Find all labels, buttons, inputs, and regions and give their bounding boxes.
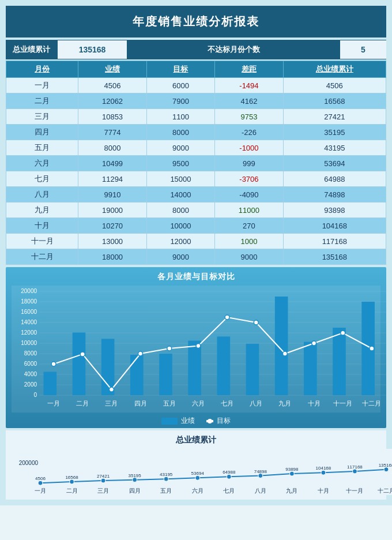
table-row: -226 <box>215 125 283 140</box>
cumulative-chart-canvas <box>12 449 392 495</box>
table-row: 53694 <box>283 156 386 171</box>
bar-chart-canvas <box>12 286 392 412</box>
table-row: 8000 <box>146 202 214 218</box>
table-row: 35195 <box>283 125 386 140</box>
table-row: 19000 <box>78 202 146 218</box>
total-label: 总业绩累计 <box>6 40 58 59</box>
table-row: 12000 <box>146 234 214 249</box>
table-row: 10000 <box>146 218 214 234</box>
table-row: 二月 <box>6 93 78 109</box>
col-month: 月份 <box>6 61 78 78</box>
total-value: 135168 <box>58 40 127 59</box>
table-row: 10853 <box>78 109 146 125</box>
table-row: 三月 <box>6 109 78 125</box>
miss-value: 5 <box>340 40 386 59</box>
table-row: 999 <box>215 156 283 171</box>
bar-chart-container: 各月业绩与目标对比 业绩 目标 <box>6 267 386 428</box>
table-row: 9753 <box>215 109 283 125</box>
legend-performance: 业绩 <box>161 416 195 426</box>
legend-target-label: 目标 <box>217 416 231 426</box>
table-row: 4162 <box>215 93 283 109</box>
table-row: 十一月 <box>6 234 78 249</box>
table-row: 9000 <box>146 249 214 265</box>
table-row: 135168 <box>283 249 386 265</box>
legend-target-color <box>206 420 213 422</box>
col-performance: 业绩 <box>78 61 146 78</box>
table-row: 12062 <box>78 93 146 109</box>
cumulative-section: 总业绩累计 <box>6 430 386 500</box>
table-row: 4506 <box>283 78 386 93</box>
cumulative-chart-area <box>12 449 380 495</box>
table-row: 六月 <box>6 156 78 171</box>
legend-performance-color <box>161 418 178 425</box>
table-row: 五月 <box>6 140 78 156</box>
table-row: 6000 <box>146 78 214 93</box>
table-row: 10270 <box>78 218 146 234</box>
table-row: 15000 <box>146 171 214 187</box>
legend-performance-label: 业绩 <box>181 416 195 426</box>
table-row: -1494 <box>215 78 283 93</box>
bar-chart-area <box>12 286 380 412</box>
bar-chart-title: 各月业绩与目标对比 <box>12 272 380 282</box>
table-row: -1000 <box>215 140 283 156</box>
table-row: 13000 <box>78 234 146 249</box>
table-row: 93898 <box>283 202 386 218</box>
col-cumulative: 总业绩累计 <box>283 61 386 78</box>
table-row: 7900 <box>146 93 214 109</box>
table-row: 14000 <box>146 187 214 202</box>
data-table: 月份 业绩 目标 差距 总业绩累计 一月 4506 6000 -1494 450… <box>6 61 386 265</box>
table-row: 9500 <box>146 156 214 171</box>
table-row: -3706 <box>215 171 283 187</box>
chart-legend: 业绩 目标 <box>12 416 380 426</box>
table-row: 11000 <box>215 202 283 218</box>
table-row: 10499 <box>78 156 146 171</box>
table-row: 7774 <box>78 125 146 140</box>
table-row: 九月 <box>6 202 78 218</box>
table-row: 四月 <box>6 125 78 140</box>
legend-target: 目标 <box>206 416 231 426</box>
miss-label: 不达标月份个数 <box>127 40 340 59</box>
table-row: 1100 <box>146 109 214 125</box>
table-row: 18000 <box>78 249 146 265</box>
table-row: 八月 <box>6 187 78 202</box>
table-row: 一月 <box>6 78 78 93</box>
col-diff: 差距 <box>215 61 283 78</box>
table-row: 74898 <box>283 187 386 202</box>
col-target: 目标 <box>146 61 214 78</box>
page-title: 年度销售业绩分析报表 <box>6 6 386 38</box>
table-row: 8000 <box>146 125 214 140</box>
table-row: 11294 <box>78 171 146 187</box>
table-row: 十月 <box>6 218 78 234</box>
table-row: -4090 <box>215 187 283 202</box>
table-row: 8000 <box>78 140 146 156</box>
table-row: 9000 <box>146 140 214 156</box>
cumulative-title: 总业绩累计 <box>12 435 380 445</box>
table-row: 270 <box>215 218 283 234</box>
table-row: 4506 <box>78 78 146 93</box>
table-row: 十二月 <box>6 249 78 265</box>
table-row: 104168 <box>283 218 386 234</box>
page: 年度销售业绩分析报表 总业绩累计 135168 不达标月份个数 5 月份 业绩 … <box>0 0 392 505</box>
table-row: 9910 <box>78 187 146 202</box>
table-row: 27421 <box>283 109 386 125</box>
table-row: 117168 <box>283 234 386 249</box>
table-row: 9000 <box>215 249 283 265</box>
summary-bar: 总业绩累计 135168 不达标月份个数 5 <box>6 40 386 59</box>
table-row: 43195 <box>283 140 386 156</box>
table-row: 七月 <box>6 171 78 187</box>
table-row: 1000 <box>215 234 283 249</box>
table-row: 64988 <box>283 171 386 187</box>
table-row: 16568 <box>283 93 386 109</box>
